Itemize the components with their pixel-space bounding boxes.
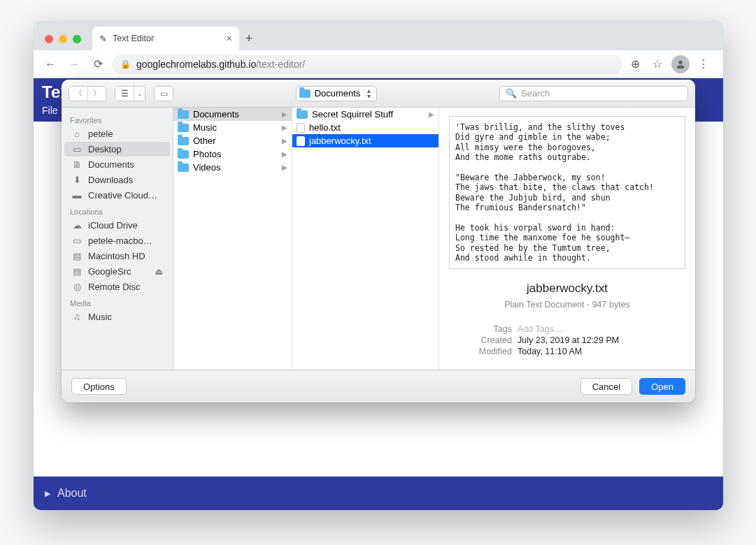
tags-field[interactable]: Add Tags… <box>518 324 562 334</box>
sidebar-item-macintosh-hd[interactable]: ▤Macintosh HD <box>64 249 170 263</box>
open-button[interactable]: Open <box>639 378 685 395</box>
address-bar: ← → ⟳ 🔒 googlechromelabs.github.io/text-… <box>34 50 723 78</box>
favorites-heading: Favorites <box>62 112 173 126</box>
view-dropdown-icon[interactable]: ⌄ <box>134 87 145 101</box>
folder-icon <box>178 110 189 119</box>
maximize-window-button[interactable] <box>73 35 81 43</box>
new-tab-button[interactable]: + <box>239 31 259 50</box>
bookmark-star-icon[interactable]: ☆ <box>649 57 666 71</box>
file-hello-txt[interactable]: hello.txt <box>292 121 438 134</box>
preview-kind: Plain Text Document - 947 bytes <box>449 300 685 310</box>
column-view-icon[interactable]: ☰ <box>115 87 134 101</box>
file-jabberwocky-txt[interactable]: jabberwocky.txt <box>292 134 438 147</box>
open-file-dialog: 〈 〉 ☰ ⌄ ▭ Documents ▴▾ 🔍 Search <box>62 80 695 402</box>
sidebar: Favorites ⌂petele ▭Desktop 🗎Documents ⬇D… <box>62 108 173 370</box>
chevron-right-icon: ▶ <box>282 124 287 131</box>
sidebar-item-macbook[interactable]: ▭petele-macbo… <box>64 233 170 248</box>
file-icon <box>297 123 305 133</box>
cloud-icon: ☁ <box>71 220 83 231</box>
search-field[interactable]: 🔍 Search <box>499 86 688 101</box>
pencil-icon: ✎ <box>99 34 107 44</box>
group-button[interactable]: ▭ <box>154 86 173 101</box>
dialog-footer: Options Cancel Open <box>62 370 695 402</box>
cancel-button[interactable]: Cancel <box>580 378 632 395</box>
sidebar-item-creative-cloud[interactable]: ▬Creative Cloud… <box>64 188 170 203</box>
close-tab-icon[interactable]: × <box>227 33 232 44</box>
forward-button[interactable]: → <box>64 54 84 74</box>
back-button[interactable]: ← <box>41 54 60 74</box>
column-browser: Documents▶ Music▶ Other▶ Photos▶ Videos▶… <box>173 108 695 370</box>
folder-other[interactable]: Other▶ <box>173 134 292 147</box>
location-label: Documents <box>315 88 361 99</box>
folder-photos[interactable]: Photos▶ <box>173 147 292 161</box>
created-value: July 23, 2019 at 12:29 PM <box>518 335 619 345</box>
sidebar-item-icloud[interactable]: ☁iCloud Drive <box>64 218 170 233</box>
column-2: Secret Squirrel Stuff▶ hello.txt jabberw… <box>292 108 439 370</box>
folder-icon <box>178 124 189 132</box>
desktop-icon: ▭ <box>71 144 83 154</box>
download-icon: ⬇ <box>71 175 83 185</box>
view-switcher[interactable]: ☰ ⌄ <box>115 86 145 101</box>
browser-window: ✎ Text Editor × + ← → ⟳ 🔒 googlechromela… <box>34 21 723 510</box>
sidebar-item-downloads[interactable]: ⬇Downloads <box>64 173 170 187</box>
tab-title: Text Editor <box>113 34 221 43</box>
disk-icon: ▤ <box>71 251 83 261</box>
folder-documents[interactable]: Documents▶ <box>173 108 292 121</box>
nav-forward-button[interactable]: 〉 <box>87 87 106 101</box>
chevron-right-icon: ▶ <box>429 110 434 118</box>
tab-strip: ✎ Text Editor × + <box>34 21 723 50</box>
dialog-body: Favorites ⌂petele ▭Desktop 🗎Documents ⬇D… <box>62 108 695 370</box>
app-viewport: Tex File 〈 〉 ☰ ⌄ ▭ Documents ▴▾ <box>34 78 723 510</box>
home-icon: ⌂ <box>71 129 83 139</box>
sidebar-item-googlesrc[interactable]: ▤GoogleSrc⏏ <box>64 264 170 279</box>
preview-filename: jabberwocky.txt <box>449 282 685 296</box>
search-placeholder: Search <box>521 88 550 99</box>
preview-text: 'Twas brillig, and the slithy toves Did … <box>449 116 685 269</box>
folder-videos[interactable]: Videos▶ <box>173 161 292 174</box>
disk-icon: ▤ <box>71 266 83 277</box>
chevron-right-icon: ▶ <box>282 110 287 118</box>
sidebar-item-remote-disc[interactable]: ◎Remote Disc <box>64 279 170 294</box>
sidebar-item-petele[interactable]: ⌂petele <box>64 126 170 141</box>
sidebar-item-music[interactable]: ♫Music <box>64 310 170 324</box>
folder-icon <box>297 110 308 119</box>
media-heading: Media <box>62 295 173 309</box>
url-path: /text-editor/ <box>256 59 305 70</box>
profile-avatar[interactable] <box>671 55 690 73</box>
search-icon: 🔍 <box>506 88 517 99</box>
eject-icon[interactable]: ⏏ <box>155 266 163 277</box>
folder-icon <box>178 150 189 159</box>
location-popup[interactable]: Documents ▴▾ <box>296 86 378 101</box>
minimize-window-button[interactable] <box>59 35 67 43</box>
music-icon: ♫ <box>71 312 83 322</box>
folder-secret-squirrel[interactable]: Secret Squirrel Stuff▶ <box>292 108 438 121</box>
locations-heading: Locations <box>62 203 173 217</box>
reload-button[interactable]: ⟳ <box>88 54 108 74</box>
preview-metadata: TagsAdd Tags… CreatedJuly 23, 2019 at 12… <box>449 324 685 357</box>
browser-tab[interactable]: ✎ Text Editor × <box>92 27 239 50</box>
sidebar-item-desktop[interactable]: ▭Desktop <box>64 142 170 157</box>
modified-value: Today, 11:10 AM <box>518 347 582 356</box>
folder-music[interactable]: Music▶ <box>173 121 292 134</box>
app-footer[interactable]: ▶ About <box>34 477 723 510</box>
close-window-button[interactable] <box>45 35 53 43</box>
column-1: Documents▶ Music▶ Other▶ Photos▶ Videos▶ <box>173 108 292 370</box>
folder-icon <box>299 89 311 98</box>
nav-back-forward: 〈 〉 <box>69 86 106 101</box>
folder-icon: ▬ <box>71 190 83 201</box>
updown-icon: ▴▾ <box>367 88 371 99</box>
install-app-icon[interactable]: ⊕ <box>627 57 643 71</box>
lock-icon: 🔒 <box>120 59 131 69</box>
document-icon: 🗎 <box>71 159 83 170</box>
sidebar-item-documents[interactable]: 🗎Documents <box>64 157 170 172</box>
file-icon <box>297 136 305 146</box>
group-icon[interactable]: ▭ <box>155 87 173 101</box>
nav-back-button[interactable]: 〈 <box>69 87 87 101</box>
kebab-menu-icon[interactable]: ⋮ <box>695 57 712 71</box>
chevron-right-icon: ▶ <box>282 137 287 145</box>
svg-point-0 <box>678 60 682 64</box>
omnibox[interactable]: 🔒 googlechromelabs.github.io/text-editor… <box>112 54 622 74</box>
preview-pane: 'Twas brillig, and the slithy toves Did … <box>439 108 695 370</box>
chevron-right-icon: ▶ <box>282 150 287 158</box>
options-button[interactable]: Options <box>71 378 127 395</box>
